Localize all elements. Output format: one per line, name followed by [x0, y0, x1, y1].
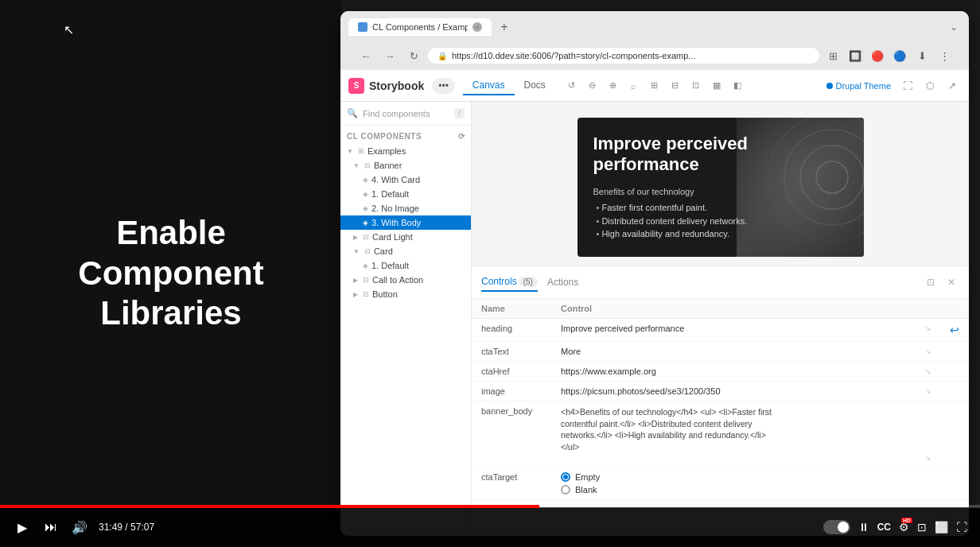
- new-tab-button[interactable]: +: [495, 17, 514, 37]
- measure-icon[interactable]: ⊟: [667, 77, 684, 95]
- storybook-menu-button[interactable]: •••: [432, 78, 455, 94]
- apps-icon[interactable]: ⊞: [824, 47, 842, 64]
- progress-fill: [0, 505, 539, 508]
- newwindow-icon[interactable]: ⬡: [921, 77, 939, 95]
- sidebar-item-label: 1. Default: [371, 189, 409, 199]
- table-row: ctaTarget Empty Blank: [472, 467, 969, 499]
- reset-control-icon[interactable]: ↩: [950, 324, 959, 336]
- sidebar-collapse-icon[interactable]: ⟳: [458, 132, 465, 141]
- storybook-logo-text: Storybook: [369, 80, 424, 92]
- back-button[interactable]: ←: [356, 46, 375, 65]
- pause-button[interactable]: ⏸: [858, 521, 869, 533]
- drupal-theme-label: Drupal Theme: [836, 81, 892, 91]
- sidebar-item-button[interactable]: ▶ ⊟ Button: [340, 287, 471, 301]
- sidebar-item-3-with-body[interactable]: ◈ 3. With Body: [340, 215, 471, 230]
- download-icon[interactable]: ⬇: [913, 47, 931, 64]
- sidebar-item-4-with-card[interactable]: ◈ 4. With Card: [340, 173, 471, 187]
- ext1-icon[interactable]: 🔲: [846, 47, 864, 64]
- sidebar-item-label: Call to Action: [372, 275, 423, 285]
- fullscreen-button[interactable]: ⛶: [956, 521, 967, 533]
- control-value[interactable]: https://www.example.org ↘: [551, 362, 940, 382]
- control-textarea[interactable]: <h4>Benefits of our technology</h4> <ul>…: [561, 406, 784, 453]
- list-item: High availability and redundancy.: [597, 227, 848, 241]
- control-name: ctaText: [472, 342, 551, 362]
- radio-label-empty: Empty: [575, 472, 600, 482]
- skip-button[interactable]: ⏭: [41, 518, 60, 537]
- close-panel-icon[interactable]: ✕: [943, 274, 959, 290]
- address-bar[interactable]: 🔒 https://d10.ddev.site:6006/?path=story…: [428, 48, 819, 64]
- banner-body: Benefits of our technology Faster first …: [593, 185, 848, 241]
- component-icon: ⊟: [363, 290, 369, 298]
- menu-icon[interactable]: ⋮: [935, 47, 953, 64]
- radio-item-empty[interactable]: Empty: [561, 472, 931, 482]
- ext2-icon[interactable]: 🔴: [869, 47, 886, 64]
- volume-button[interactable]: 🔊: [70, 518, 89, 537]
- radio-button-empty[interactable]: [561, 472, 570, 482]
- tab-close-button[interactable]: ×: [472, 22, 482, 32]
- storybook-sidebar: 🔍 Find components / CL COMPONENTS ⟳ ▼ ⊞ …: [340, 102, 472, 536]
- theater-button[interactable]: ⬜: [935, 521, 948, 533]
- expand-panel-icon[interactable]: ⊡: [923, 274, 939, 290]
- play-button[interactable]: ▶: [13, 518, 32, 537]
- background-icon[interactable]: ◧: [729, 77, 746, 95]
- sidebar-item-card-1-default[interactable]: ◈ 1. Default: [340, 258, 471, 273]
- sidebar-item-cta[interactable]: ▶ ⊟ Call to Action: [340, 273, 471, 287]
- browser-window: CL Components / Examples / × + ⌄ ← → ↻ 🔒…: [340, 11, 969, 536]
- control-value[interactable]: https://picsum.photos/seed/se3/1200/350 …: [551, 382, 940, 402]
- nav-icon-group: ⊞ 🔲 🔴 🔵 ⬇ ⋮: [824, 47, 953, 64]
- miniplayer-button[interactable]: ⊡: [917, 521, 927, 533]
- sidebar-item-1-default[interactable]: ◈ 1. Default: [340, 187, 471, 201]
- sidebar-item-examples[interactable]: ▼ ⊞ Examples: [340, 144, 471, 158]
- ext3-icon[interactable]: 🔵: [891, 47, 908, 64]
- video-panel: Enable Component Libraries ↖: [0, 0, 342, 547]
- zoom-reset-icon[interactable]: ↺: [563, 77, 581, 95]
- expand-icon[interactable]: ⛶: [899, 77, 916, 95]
- forward-button[interactable]: →: [380, 46, 399, 65]
- hd-badge: HD: [901, 518, 912, 523]
- cc-button[interactable]: CC: [877, 522, 891, 533]
- toggle-switch[interactable]: [823, 520, 850, 534]
- tab-controls[interactable]: Controls(5): [481, 273, 538, 292]
- control-name: ctaTarget: [472, 467, 551, 499]
- share-icon[interactable]: ↗: [943, 77, 961, 95]
- tab-title: CL Components / Examples /: [372, 22, 468, 32]
- storybook-toolbar-icons: ↺ ⊖ ⊕ ⌕ ⊞ ⊟ ⊡ ▦ ◧: [563, 77, 819, 95]
- sidebar-section-header: CL COMPONENTS ⟳: [340, 126, 471, 144]
- sidebar-item-card[interactable]: ▼ ⊟ Card: [340, 244, 471, 258]
- search-icon[interactable]: ⌕: [625, 77, 643, 95]
- search-shortcut: /: [454, 108, 465, 118]
- viewport-icon[interactable]: ▦: [708, 77, 725, 95]
- tab-actions[interactable]: Actions: [547, 274, 578, 291]
- control-name: heading: [472, 319, 551, 342]
- progress-bar[interactable]: [0, 505, 980, 508]
- tab-menu-button[interactable]: ⌄: [947, 18, 961, 36]
- zoom-out-icon[interactable]: ⊖: [584, 77, 601, 95]
- outline-icon[interactable]: ⊡: [687, 77, 705, 95]
- controls-header: Controls(5) Actions ⊡ ✕: [472, 266, 969, 299]
- tab-canvas[interactable]: Canvas: [463, 76, 515, 95]
- search-input[interactable]: Find components: [363, 109, 449, 118]
- search-bar[interactable]: 🔍 Find components /: [340, 102, 471, 126]
- browser-tab-active[interactable]: CL Components / Examples / ×: [348, 18, 492, 36]
- resize-handle: ↘: [924, 324, 931, 332]
- radio-button-blank[interactable]: [561, 485, 570, 495]
- grid-icon[interactable]: ⊞: [646, 77, 663, 95]
- refresh-button[interactable]: ↻: [404, 46, 423, 65]
- controls-right: ⏸ CC ⚙ HD ⊡ ⬜ ⛶: [823, 520, 967, 534]
- settings-button[interactable]: ⚙ HD: [899, 521, 909, 533]
- control-value[interactable]: <h4>Benefits of our technology</h4> <ul>…: [551, 402, 940, 467]
- control-radio[interactable]: Empty Blank: [551, 467, 940, 499]
- drupal-theme-button[interactable]: Drupal Theme: [819, 78, 900, 94]
- control-value[interactable]: Improve perceived performance ↘: [551, 319, 940, 342]
- tab-favicon: [358, 22, 368, 32]
- control-value[interactable]: More ↘: [551, 342, 940, 362]
- sidebar-item-card-light[interactable]: ▶ ⊟ Card Light: [340, 230, 471, 244]
- sidebar-item-2-no-image[interactable]: ◈ 2. No Image: [340, 201, 471, 215]
- tab-docs[interactable]: Docs: [515, 76, 555, 95]
- component-icon: ⊟: [363, 233, 369, 241]
- browser-nav-bar: ← → ↻ 🔒 https://d10.ddev.site:6006/?path…: [348, 41, 961, 70]
- sidebar-item-banner[interactable]: ▼ ⊟ Banner: [340, 158, 471, 173]
- zoom-in-icon[interactable]: ⊕: [605, 77, 622, 95]
- toggle-icon: ▼: [353, 248, 360, 255]
- radio-item-blank[interactable]: Blank: [561, 485, 931, 495]
